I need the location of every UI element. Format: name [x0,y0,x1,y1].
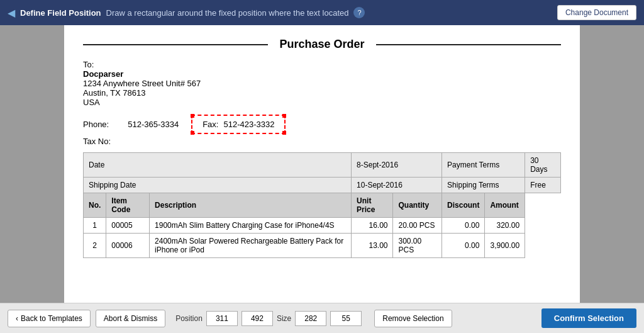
row1-no: 1 [84,218,106,234]
selection-box[interactable]: Fax: 512-423-3332 [191,115,286,134]
phone-label: Phone: [83,120,109,129]
document-paper: Purchase Order To: Docparser 1234 Anywhe… [64,25,580,303]
po-line-left [83,44,268,45]
header-title: Define Field Position [20,8,101,18]
row2-quantity: 300.00 PCS [393,234,442,258]
row2-amount: 3,900.00 [485,234,525,258]
fax-value: 512-423-3332 [223,120,274,129]
document-area: Purchase Order To: Docparser 1234 Anywhe… [0,25,644,303]
city-state: Austin, TX 78613 [83,88,561,98]
remove-selection-button[interactable]: Remove Selection [374,310,452,327]
row1-code: 00005 [106,218,150,234]
size-width-input[interactable] [295,311,326,326]
po-line-right [376,44,561,45]
position-x-input[interactable] [206,311,238,326]
po-header: Purchase Order [83,38,561,51]
col-description: Description [150,193,352,218]
footer-bar: ‹ Back to Templates Abort & Dismiss Posi… [0,303,644,333]
row2-desc: 2400mAh Solar Powered Rechargeable Batte… [150,234,352,258]
shipping-date-value: 10-Sept-2016 [352,178,442,193]
col-no: No. [84,193,106,218]
shipping-date-label: Shipping Date [84,178,352,193]
corner-tr [282,114,286,118]
size-height-input[interactable] [330,311,362,326]
row2-discount: 0.00 [442,234,485,258]
tax-row: Tax No: [83,137,561,146]
table-row: 2 00006 2400mAh Solar Powered Rechargeab… [84,234,561,258]
header-left: ◀ Define Field Position Draw a rectangul… [8,7,365,19]
phone-value: 512-365-3334 [128,120,179,129]
header-description: Draw a rectangular around the fixed posi… [106,8,349,18]
payment-terms-value: 30 Days [525,153,561,178]
back-label: Back to Templates [21,314,82,323]
fax-label: Fax: [203,120,218,129]
col-discount: Discount [442,193,485,218]
position-group: Position Size [175,311,362,326]
abort-dismiss-button[interactable]: Abort & Dismiss [96,310,165,327]
shipping-terms-value: Free [525,178,561,193]
table-header-row: No. Item Code Description Unit Price Qua… [84,193,561,218]
row1-amount: 320.00 [485,218,525,234]
payment-terms-label: Payment Terms [442,153,525,178]
date-label: Date [84,153,352,178]
date-value: 8-Sept-2016 [352,153,442,178]
country: USA [83,98,561,107]
position-label: Position [175,314,203,323]
col-amount: Amount [485,193,525,218]
phone-fax-row: Phone: 512-365-3334 Fax: 512-423-3332 [83,115,561,134]
corner-br [282,131,286,135]
street-address: 1234 Anywhere Street Unit# 567 [83,79,561,88]
to-label: To: [83,60,561,69]
change-document-button[interactable]: Change Document [557,5,636,20]
table-row: Date 8-Sept-2016 Payment Terms 30 Days [84,153,561,178]
back-to-templates-button[interactable]: ‹ Back to Templates [8,310,91,327]
col-unit-price: Unit Price [352,193,393,218]
row1-discount: 0.00 [442,218,485,234]
address-section: To: Docparser 1234 Anywhere Street Unit#… [83,60,561,107]
phone-group: Phone: 512-365-3334 [83,120,179,129]
row1-unit-price: 16.00 [352,218,393,234]
size-label: Size [277,314,291,323]
header-bar: ◀ Define Field Position Draw a rectangul… [0,0,644,25]
row2-unit-price: 13.00 [352,234,393,258]
purchase-order-table: Date 8-Sept-2016 Payment Terms 30 Days S… [83,152,561,258]
row2-code: 00006 [106,234,150,258]
corner-tl [191,114,194,118]
back-arrow-icon: ‹ [16,314,18,323]
row2-no: 2 [84,234,106,258]
help-icon[interactable]: ? [353,7,365,18]
row1-quantity: 20.00 PCS [393,218,442,234]
corner-bl [191,131,194,135]
company-name: Docparser [83,69,561,79]
confirm-selection-button[interactable]: Confirm Selection [541,308,636,328]
position-y-input[interactable] [242,311,273,326]
row1-desc: 1900mAh Slim Battery Charging Case for i… [150,218,352,234]
col-item-code: Item Code [106,193,150,218]
col-quantity: Quantity [393,193,442,218]
table-row: Shipping Date 10-Sept-2016 Shipping Term… [84,178,561,193]
shipping-terms-label: Shipping Terms [442,178,525,193]
header-arrow-icon: ◀ [8,7,15,19]
po-title: Purchase Order [268,38,375,51]
table-row: 1 00005 1900mAh Slim Battery Charging Ca… [84,218,561,234]
